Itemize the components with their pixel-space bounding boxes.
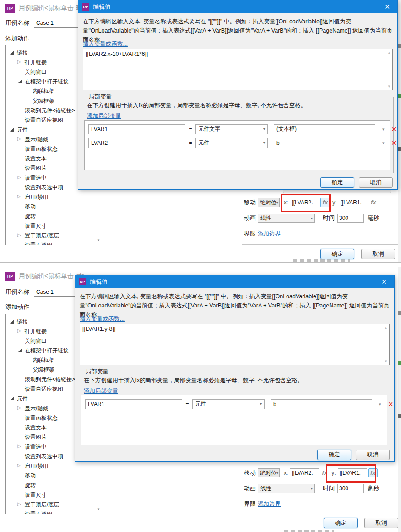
scrollbar-down-icon[interactable]: ▼ <box>97 507 100 511</box>
variable-value-field[interactable]: b <box>271 399 372 409</box>
tree-item-label[interactable]: 设置自适应视图 <box>25 116 63 124</box>
expand-collapse-icon[interactable] <box>17 195 22 200</box>
expand-collapse-icon[interactable] <box>17 416 22 421</box>
scroll-up-icon[interactable]: ▲ <box>384 326 388 330</box>
expand-collapse-icon[interactable] <box>17 483 22 488</box>
tree-item[interactable]: 旋转 <box>6 481 102 490</box>
variable-value-field[interactable]: (文本框) <box>274 124 375 134</box>
expand-collapse-icon[interactable] <box>17 118 22 123</box>
cancel-button[interactable]: 取消 <box>361 249 395 259</box>
time-field[interactable]: 300 <box>337 484 364 493</box>
animation-dropdown[interactable]: 线性 ▾ <box>258 484 315 493</box>
tree-item-label[interactable]: 旋转 <box>25 482 36 489</box>
chevron-down-icon[interactable]: ▾ <box>379 402 381 406</box>
tree-item[interactable]: 设置尺寸 <box>6 490 102 500</box>
expand-collapse-icon[interactable] <box>17 60 22 65</box>
variable-type-dropdown[interactable]: 元件 ▾ <box>195 138 268 148</box>
ok-button[interactable]: 确定 <box>324 518 358 528</box>
expand-collapse-icon[interactable] <box>17 233 22 238</box>
tree-item-label[interactable]: 设置尺寸 <box>25 491 47 499</box>
tree-item-label[interactable]: 在框架中打开链接 <box>25 78 69 86</box>
expand-collapse-icon[interactable] <box>17 473 22 478</box>
tree-item-label[interactable]: 设置图片 <box>25 433 47 441</box>
time-field[interactable]: 300 <box>337 214 364 223</box>
expand-collapse-icon[interactable] <box>17 425 22 430</box>
expand-collapse-icon[interactable] <box>17 166 22 171</box>
tree-item[interactable]: 置于顶层/底层 <box>6 231 102 241</box>
expand-collapse-icon[interactable] <box>17 243 22 245</box>
insert-variable-link[interactable]: 插入变量或函数... <box>80 315 125 323</box>
scroll-down-icon[interactable]: ▼ <box>387 84 391 88</box>
tree-item-label[interactable]: 父级框架 <box>33 366 54 374</box>
close-icon[interactable]: ✕ <box>381 3 394 11</box>
tree-item-label[interactable]: 移动 <box>25 472 36 480</box>
expand-collapse-icon[interactable] <box>17 454 22 459</box>
tree-item-label[interactable]: 置于顶层/底层 <box>25 501 59 509</box>
expand-collapse-icon[interactable] <box>17 214 22 219</box>
tree-item-label[interactable]: 设置文本 <box>25 424 47 432</box>
add-local-variable-link[interactable]: 添加局部变量 <box>87 112 121 120</box>
y-value-field[interactable]: [[LVAR1. <box>339 198 368 207</box>
expand-collapse-icon[interactable] <box>10 50 15 55</box>
dialog-cancel-button[interactable]: 取消 <box>356 450 390 460</box>
delete-variable-icon[interactable]: ✕ <box>391 139 397 147</box>
expand-collapse-icon[interactable] <box>17 348 22 353</box>
expand-collapse-icon[interactable] <box>17 176 22 181</box>
expand-collapse-icon[interactable] <box>17 224 22 229</box>
expand-collapse-icon[interactable] <box>25 367 30 373</box>
delete-variable-icon[interactable]: ✕ <box>391 126 397 133</box>
expand-collapse-icon[interactable] <box>17 464 22 469</box>
variable-type-dropdown[interactable]: 元件文字 ▾ <box>195 124 268 134</box>
tree-item-label[interactable]: 元件 <box>17 126 28 134</box>
expand-collapse-icon[interactable] <box>17 204 22 209</box>
expand-collapse-icon[interactable] <box>17 406 22 411</box>
x-value-field[interactable]: [[LVAR2. <box>290 468 319 477</box>
ok-button[interactable]: 确定 <box>320 249 354 259</box>
expand-collapse-icon[interactable] <box>10 319 15 324</box>
expand-collapse-icon[interactable] <box>17 339 22 344</box>
close-icon[interactable]: ✕ <box>378 278 390 285</box>
tree-item-label[interactable]: 打开链接 <box>25 328 47 335</box>
tree-item-label[interactable]: 启用/禁用 <box>25 462 48 470</box>
move-mode-dropdown[interactable]: 绝对位 ▾ <box>258 468 280 477</box>
expand-collapse-icon[interactable] <box>17 377 22 382</box>
tree-item-label[interactable]: 设置不透明 <box>25 241 52 245</box>
tree-item[interactable]: 旋转 <box>6 212 102 221</box>
expand-collapse-icon[interactable] <box>10 396 15 401</box>
expand-collapse-icon[interactable] <box>10 127 15 132</box>
tree-item-label[interactable]: 链接 <box>17 49 28 57</box>
tree-item-label[interactable]: 设置面板状态 <box>25 414 58 422</box>
add-local-variable-link[interactable]: 添加局部变量 <box>84 387 118 395</box>
cancel-button[interactable]: 取消 <box>364 518 398 528</box>
tree-item-label[interactable]: 内联框架 <box>33 356 54 364</box>
animation-dropdown[interactable]: 线性 ▾ <box>258 214 315 223</box>
variable-value-field[interactable]: b <box>274 138 375 148</box>
scrollbar-down-icon[interactable]: ▼ <box>97 238 100 242</box>
scroll-up-icon[interactable]: ▲ <box>387 51 391 55</box>
tree-item-label[interactable]: 滚动到元件<锚链接> <box>25 376 75 384</box>
tree-item-label[interactable]: 设置列表选中项 <box>25 184 63 192</box>
tree-item-label[interactable]: 启用/禁用 <box>25 193 48 201</box>
tree-item-label[interactable]: 设置选中 <box>25 443 47 451</box>
tree-item-label[interactable]: 设置不透明 <box>25 510 52 514</box>
tree-item-label[interactable]: 设置列表选中项 <box>25 453 63 461</box>
tree-item-label[interactable]: 设置尺寸 <box>25 222 47 230</box>
add-bounds-link[interactable]: 添加边界 <box>258 230 281 238</box>
tree-item-label[interactable]: 置于顶层/底层 <box>25 232 59 240</box>
tree-item[interactable]: 设置不透明 <box>6 241 102 245</box>
expression-editor[interactable]: [[LVAR1.y-8]] ▲ ▼ <box>80 324 390 365</box>
expand-collapse-icon[interactable] <box>25 89 30 94</box>
tree-item-label[interactable]: 关闭窗口 <box>25 337 47 345</box>
tree-item-label[interactable]: 在框架中打开链接 <box>25 347 69 355</box>
expand-collapse-icon[interactable] <box>17 329 22 334</box>
expand-collapse-icon[interactable] <box>17 147 22 152</box>
expand-collapse-icon[interactable] <box>17 108 22 113</box>
scroll-down-icon[interactable]: ▼ <box>384 359 388 363</box>
add-bounds-link[interactable]: 添加边界 <box>258 500 281 508</box>
tree-item-label[interactable]: 设置自适应视图 <box>25 385 63 393</box>
expand-collapse-icon[interactable] <box>17 444 22 450</box>
tree-item-label[interactable]: 设置面板状态 <box>25 145 58 153</box>
tree-item-label[interactable]: 打开链接 <box>25 59 47 66</box>
expand-collapse-icon[interactable] <box>17 502 22 507</box>
expand-collapse-icon[interactable] <box>25 358 30 363</box>
